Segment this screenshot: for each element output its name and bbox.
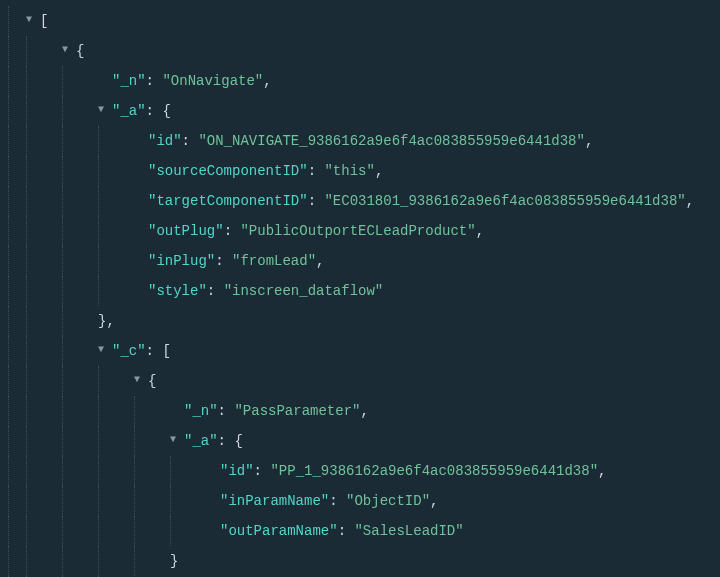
comma: ,: [360, 403, 368, 419]
json-key: "_n": [112, 73, 146, 89]
colon: :: [338, 523, 355, 539]
code-line: "style": "inscreen_dataflow": [8, 276, 720, 306]
collapse-toggle-icon[interactable]: ▼: [170, 425, 182, 455]
comma: ,: [316, 253, 324, 269]
colon: :: [308, 163, 325, 179]
code-line: "_n": "OnNavigate",: [8, 66, 720, 96]
code-line: ▼"_c": [: [8, 336, 720, 366]
colon: :: [146, 73, 163, 89]
json-string: "ON_NAVIGATE_9386162a9e6f4ac083855959e64…: [198, 133, 584, 149]
json-string: "SalesLeadID": [354, 523, 463, 539]
colon: :: [146, 343, 163, 359]
colon: :: [146, 103, 163, 119]
json-key: "outParamName": [220, 523, 338, 539]
json-string: "EC031801_9386162a9e6f4ac083855959e6441d…: [324, 193, 685, 209]
json-key: "style": [148, 283, 207, 299]
collapse-toggle-icon[interactable]: ▼: [26, 5, 38, 35]
json-string: "inscreen_dataflow": [224, 283, 384, 299]
json-string: "OnNavigate": [162, 73, 263, 89]
json-string: "this": [324, 163, 374, 179]
brace: [: [162, 343, 170, 359]
code-line: ▼"_a": {: [8, 96, 720, 126]
brace: }: [170, 553, 178, 569]
json-key: "id": [148, 133, 182, 149]
comma: ,: [375, 163, 383, 179]
json-key: "sourceComponentID": [148, 163, 308, 179]
colon: :: [224, 223, 241, 239]
json-string: "PP_1_9386162a9e6f4ac083855959e6441d38": [270, 463, 598, 479]
colon: :: [207, 283, 224, 299]
colon: :: [218, 403, 235, 419]
code-line: "targetComponentID": "EC031801_9386162a9…: [8, 186, 720, 216]
code-line: "outParamName": "SalesLeadID": [8, 516, 720, 546]
json-key: "outPlug": [148, 223, 224, 239]
comma: ,: [686, 193, 694, 209]
json-key: "_a": [184, 433, 218, 449]
json-string: "fromLead": [232, 253, 316, 269]
brace: {: [148, 373, 156, 389]
json-string: "PublicOutportECLeadProduct": [240, 223, 475, 239]
json-key: "_c": [112, 343, 146, 359]
colon: :: [254, 463, 271, 479]
comma: ,: [476, 223, 484, 239]
code-line: }: [8, 546, 720, 576]
json-string: "PassParameter": [234, 403, 360, 419]
colon: :: [215, 253, 232, 269]
json-string: "ObjectID": [346, 493, 430, 509]
json-key: "targetComponentID": [148, 193, 308, 209]
code-line: ▼[: [8, 6, 720, 36]
code-line: "sourceComponentID": "this",: [8, 156, 720, 186]
json-key: "inParamName": [220, 493, 329, 509]
code-line: "_n": "PassParameter",: [8, 396, 720, 426]
colon: :: [329, 493, 346, 509]
comma: ,: [263, 73, 271, 89]
brace: },: [98, 313, 115, 329]
code-line: "id": "ON_NAVIGATE_9386162a9e6f4ac083855…: [8, 126, 720, 156]
comma: ,: [430, 493, 438, 509]
collapse-toggle-icon[interactable]: ▼: [62, 35, 74, 65]
code-line: ▼"_a": {: [8, 426, 720, 456]
code-line: ▼{: [8, 36, 720, 66]
brace: {: [76, 43, 84, 59]
code-line: "inPlug": "fromLead",: [8, 246, 720, 276]
code-line: "inParamName": "ObjectID",: [8, 486, 720, 516]
json-key: "_a": [112, 103, 146, 119]
json-tree: ▼[▼{"_n": "OnNavigate",▼"_a": {"id": "ON…: [8, 6, 720, 577]
comma: ,: [585, 133, 593, 149]
comma: ,: [598, 463, 606, 479]
colon: :: [308, 193, 325, 209]
code-line: ▼{: [8, 366, 720, 396]
code-line: "id": "PP_1_9386162a9e6f4ac083855959e644…: [8, 456, 720, 486]
collapse-toggle-icon[interactable]: ▼: [98, 95, 110, 125]
colon: :: [182, 133, 199, 149]
colon: :: [218, 433, 235, 449]
brace: [: [40, 13, 48, 29]
code-line: "outPlug": "PublicOutportECLeadProduct",: [8, 216, 720, 246]
json-key: "inPlug": [148, 253, 215, 269]
json-key: "_n": [184, 403, 218, 419]
collapse-toggle-icon[interactable]: ▼: [134, 365, 146, 395]
brace: {: [234, 433, 242, 449]
collapse-toggle-icon[interactable]: ▼: [98, 335, 110, 365]
json-key: "id": [220, 463, 254, 479]
brace: {: [162, 103, 170, 119]
code-line: },: [8, 306, 720, 336]
